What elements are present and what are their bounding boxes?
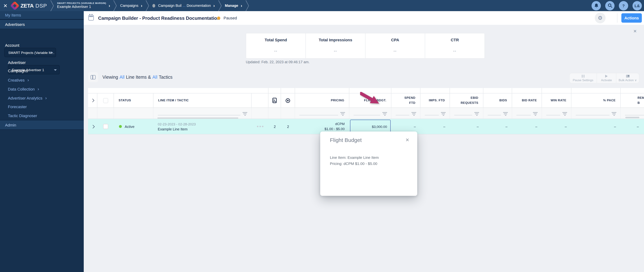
row-remaining-budget-cell: – xyxy=(621,119,644,134)
filter-icon[interactable] xyxy=(340,112,345,116)
filter-input[interactable] xyxy=(625,115,644,115)
help-button[interactable]: ? xyxy=(619,1,628,10)
viewing-all-line-items-link[interactable]: All xyxy=(120,75,124,80)
row-line-item-cell[interactable]: 02-23-2023 - 02-28-2023 Example Line Ite… xyxy=(154,119,252,134)
expand-all-cell[interactable] xyxy=(88,94,98,108)
filter-icon[interactable] xyxy=(382,112,387,116)
layout-panes-button[interactable] xyxy=(88,72,98,82)
filter-input[interactable] xyxy=(158,115,240,115)
chevron-right-icon xyxy=(211,3,215,8)
filter-input[interactable] xyxy=(516,115,531,115)
filter-icon[interactable] xyxy=(242,112,247,116)
sidebar-creatives-label: Creatives xyxy=(8,78,24,82)
settings-button[interactable]: ⚙ xyxy=(595,12,606,23)
bulk-actions-group: Pause Settings Activate Bulk Action ∨ xyxy=(569,73,639,83)
column-header-creatives[interactable] xyxy=(268,94,281,108)
filter-input[interactable] xyxy=(576,115,610,115)
column-header-pace[interactable]: % PACE xyxy=(572,94,621,108)
breadcrumb-campaigns[interactable]: Campaigns xyxy=(120,3,142,8)
activate-button[interactable]: Activate xyxy=(596,73,616,83)
sidebar-item-forecaster[interactable]: Forecaster xyxy=(8,104,27,109)
top-nav-bar: ZETA DSP SMART PROJECTS (VARIABLE MARGIN… xyxy=(0,0,644,11)
horizontal-scrollbar-thumb[interactable] xyxy=(625,117,639,118)
actions-button[interactable]: Actions xyxy=(621,13,642,23)
breadcrumb-manage[interactable]: Manage xyxy=(225,3,242,8)
chevron-right-icon xyxy=(91,99,94,102)
status-badge-label: Paused xyxy=(224,16,237,20)
filter-icon[interactable] xyxy=(441,112,446,116)
breadcrumb-separator xyxy=(146,0,149,11)
banner-close-icon[interactable] xyxy=(633,29,637,34)
filter-icon[interactable] xyxy=(412,112,416,116)
row-ebid-requests-cell: – xyxy=(450,119,483,134)
avatar-initials: L& xyxy=(634,4,640,8)
column-header-line-item[interactable]: LINE ITEM / TACTIC xyxy=(154,94,252,108)
column-header-bids[interactable]: BIDS xyxy=(483,94,512,108)
active-dot-icon xyxy=(119,125,122,128)
row-select-cell[interactable] xyxy=(98,119,114,134)
page-header: Campaign Builder - Product Readiness Doc… xyxy=(84,11,644,25)
sidebar-item-my-items[interactable]: My Items xyxy=(0,11,84,20)
horizontal-scrollbar-thumb[interactable] xyxy=(158,118,238,118)
bell-icon xyxy=(594,3,598,8)
filter-icon[interactable] xyxy=(562,112,567,116)
search-button[interactable] xyxy=(605,1,614,10)
breadcrumb-account[interactable]: SMART PROJECTS (VARIABLE MARGIN) Example… xyxy=(57,2,110,9)
filter-icon[interactable] xyxy=(474,112,479,116)
filter-cell-spend-ftd xyxy=(391,108,420,118)
row-expand-cell[interactable] xyxy=(88,119,98,134)
header-divider xyxy=(617,13,618,23)
user-avatar[interactable]: L& xyxy=(632,1,642,10)
filter-input[interactable] xyxy=(425,115,439,115)
filter-input[interactable] xyxy=(396,115,409,115)
target-icon xyxy=(285,98,290,103)
sidebar-item-tactic-diagnoser[interactable]: Tactic Diagnoser xyxy=(8,114,37,118)
column-header-spend-ftd[interactable]: SPEND FTD xyxy=(391,94,420,108)
column-header-tactics[interactable] xyxy=(281,94,295,108)
filter-input[interactable] xyxy=(488,115,501,115)
column-header-pricing[interactable]: PRICING xyxy=(295,94,349,108)
account-select[interactable]: SMART Projects (Variable M... xyxy=(4,48,56,57)
row-actions-dots-icon[interactable] xyxy=(252,119,268,134)
sidebar-item-creatives[interactable]: Creatives xyxy=(8,78,29,83)
sidebar-item-advertiser-analytics[interactable]: Advertiser Analytics xyxy=(8,96,47,100)
filter-input[interactable] xyxy=(454,115,472,115)
filter-icon[interactable] xyxy=(612,112,616,116)
column-header-ebid-requests[interactable]: EBID REQUESTS xyxy=(450,94,483,108)
breadcrumb-manage-label: Manage xyxy=(225,4,238,8)
filter-cell-ebid-requests xyxy=(450,108,483,118)
popup-close-icon[interactable] xyxy=(406,137,409,143)
filter-icon[interactable] xyxy=(533,112,538,116)
sidebar-item-campaigns[interactable]: Campaigns xyxy=(8,69,28,73)
sidebar-item-data-collection[interactable]: Data Collection xyxy=(8,86,39,92)
bulk-action-button[interactable]: Bulk Action ∨ xyxy=(616,73,639,83)
breadcrumb-campaign[interactable]: Campaign Buil ... Documentation xyxy=(152,3,215,8)
row-pricing-type: dCPM xyxy=(335,122,345,127)
stat-value: -- xyxy=(425,49,484,53)
column-header-status[interactable]: STATUS xyxy=(114,94,154,108)
flight-budget-input[interactable]: $3,000.00 xyxy=(350,120,391,133)
filter-icon[interactable] xyxy=(503,112,508,116)
row-imps-ftd-cell: – xyxy=(420,119,450,134)
filter-input[interactable] xyxy=(546,115,560,115)
sidebar-admin-label: Admin xyxy=(5,123,16,127)
column-header-win-rate[interactable]: WIN RATE xyxy=(542,94,572,108)
sidebar-item-admin[interactable]: Admin xyxy=(0,120,84,130)
filter-input[interactable] xyxy=(354,115,380,115)
column-header-imps-ftd[interactable]: IMPS. FTD xyxy=(420,94,450,108)
column-header-bid-rate[interactable]: BID RATE xyxy=(512,94,542,108)
pause-settings-button[interactable]: Pause Settings xyxy=(570,73,596,83)
activate-label: Activate xyxy=(601,78,612,82)
column-header-remaining-budget[interactable]: REM B xyxy=(621,94,644,108)
viewing-all-tactics-link[interactable]: All xyxy=(152,75,158,80)
filter-input[interactable] xyxy=(299,115,338,115)
sidebar-item-advertisers[interactable]: Advertisers xyxy=(0,20,84,29)
row-status-cell: Active xyxy=(114,119,154,134)
select-all-cell[interactable] xyxy=(98,94,114,108)
stat-value: -- xyxy=(306,49,365,53)
stat-ctr: CTR -- xyxy=(425,34,484,58)
column-header-actions xyxy=(252,94,268,108)
nav-close-icon[interactable] xyxy=(2,3,8,8)
breadcrumb-campaigns-label: Campaigns xyxy=(120,4,138,8)
notifications-button[interactable] xyxy=(592,1,601,10)
